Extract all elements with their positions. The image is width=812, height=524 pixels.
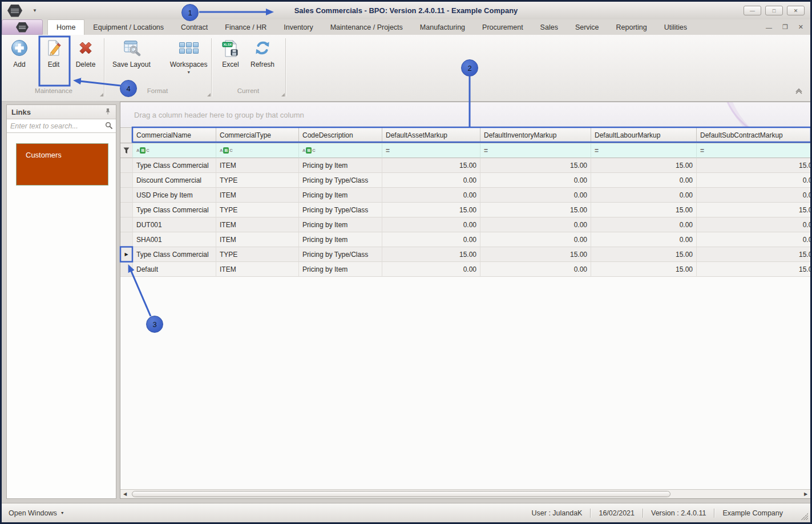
search-icon[interactable]	[105, 122, 112, 131]
cell[interactable]: 0.00	[591, 173, 697, 188]
cell[interactable]: SHA001	[133, 232, 216, 247]
mdi-restore-button[interactable]: ❐	[782, 23, 788, 31]
cell[interactable]: 15.00	[697, 262, 811, 277]
cell[interactable]: 0.00	[480, 173, 591, 188]
filter-cell-defaultinventorymarkup[interactable]: =	[480, 143, 591, 158]
cell[interactable]: USD Price by Item	[133, 188, 216, 203]
excel-button[interactable]: XLSX Excel	[216, 36, 245, 86]
tab-procurement[interactable]: Procurement	[474, 19, 532, 35]
column-header-codedescription[interactable]: CodeDescription	[299, 128, 382, 143]
workspaces-button[interactable]: Workspaces ▼	[168, 36, 210, 86]
table-row[interactable]: DUT001 ITEM Pricing by Item 0.00 0.00 0.…	[120, 217, 811, 232]
scroll-right-icon[interactable]: ▶	[801, 491, 810, 497]
cell[interactable]: Pricing by Type/Class	[299, 173, 382, 188]
column-header-defaultsubcontractmarkup[interactable]: DefaultSubContractMarkup	[697, 128, 811, 143]
cell[interactable]: 15.00	[480, 158, 591, 173]
cell[interactable]: 15.00	[697, 158, 811, 173]
cell[interactable]: 0.00	[697, 188, 811, 203]
add-button[interactable]: Add	[5, 36, 34, 86]
cell[interactable]: TYPE	[216, 173, 299, 188]
cell[interactable]: 15.00	[382, 158, 480, 173]
dialog-launcher-icon[interactable]	[281, 93, 285, 96]
cell[interactable]: Type Class Commercial	[133, 247, 216, 262]
cell[interactable]: 0.00	[480, 188, 591, 203]
cell[interactable]: DUT001	[133, 217, 216, 232]
cell[interactable]: ITEM	[216, 217, 299, 232]
mdi-close-button[interactable]: ✕	[798, 23, 803, 31]
cell[interactable]: 15.00	[480, 247, 591, 262]
cell[interactable]: 0.00	[591, 217, 697, 232]
collapse-ribbon-icon[interactable]	[794, 88, 803, 96]
filter-funnel-icon[interactable]	[120, 143, 133, 158]
cell[interactable]: Pricing by Type/Class	[299, 247, 382, 262]
dialog-launcher-icon[interactable]	[100, 93, 103, 96]
tab-sales[interactable]: Sales	[532, 19, 567, 35]
filter-cell-commercialtype[interactable]: ABC	[216, 143, 299, 158]
filter-cell-commercialname[interactable]: ABC	[133, 143, 216, 158]
tab-manufacturing[interactable]: Manufacturing	[411, 19, 474, 35]
filter-cell-defaultassetmarkup[interactable]: =	[382, 143, 480, 158]
cell[interactable]: 15.00	[697, 203, 811, 217]
cell[interactable]: 15.00	[591, 158, 697, 173]
cell[interactable]: 0.00	[382, 217, 480, 232]
column-header-defaultassetmarkup[interactable]: DefaultAssetMarkup	[382, 128, 480, 143]
cell[interactable]: Pricing by Item	[299, 217, 382, 232]
table-row[interactable]: SHA001 ITEM Pricing by Item 0.00 0.00 0.…	[120, 232, 811, 247]
cell[interactable]: 15.00	[697, 247, 811, 262]
filter-cell-codedescription[interactable]: ABC	[299, 143, 382, 158]
column-header-defaultlabourmarkup[interactable]: DefaultLabourMarkup	[591, 128, 697, 143]
cell[interactable]: Default	[133, 262, 216, 277]
cell[interactable]: ITEM	[216, 232, 299, 247]
cell[interactable]: 0.00	[480, 232, 591, 247]
cell[interactable]: ITEM	[216, 262, 299, 277]
tab-service[interactable]: Service	[567, 19, 608, 35]
scroll-left-icon[interactable]: ◀	[120, 491, 130, 497]
cell[interactable]: ITEM	[216, 188, 299, 203]
table-row[interactable]: Type Class Commercial ITEM Pricing by It…	[120, 158, 811, 173]
filter-cell-defaultlabourmarkup[interactable]: =	[591, 143, 697, 158]
tab-contract[interactable]: Contract	[172, 19, 216, 35]
cell[interactable]: 0.00	[382, 262, 480, 277]
mdi-minimize-button[interactable]: —	[766, 24, 772, 31]
cell[interactable]: 15.00	[591, 203, 697, 217]
cell[interactable]: Type Class Commercial	[133, 203, 216, 217]
cell[interactable]: TYPE	[216, 247, 299, 262]
cell[interactable]: 0.00	[382, 188, 480, 203]
cell[interactable]: 15.00	[382, 247, 480, 262]
cell[interactable]: 15.00	[382, 203, 480, 217]
cell[interactable]: 15.00	[480, 203, 591, 217]
column-header-defaultinventorymarkup[interactable]: DefaultInventoryMarkup	[480, 128, 591, 143]
group-by-panel[interactable]: Drag a column header here to group by th…	[120, 102, 811, 128]
scrollbar-thumb[interactable]	[132, 491, 670, 497]
tab-maintenance-projects[interactable]: Maintenance / Projects	[322, 19, 411, 35]
search-input[interactable]	[10, 122, 105, 130]
cell[interactable]: TYPE	[216, 203, 299, 217]
cell[interactable]: 15.00	[591, 247, 697, 262]
dialog-launcher-icon[interactable]	[207, 93, 211, 96]
cell[interactable]: Pricing by Type/Class	[299, 203, 382, 217]
cell[interactable]: Pricing by Item	[299, 158, 382, 173]
tab-inventory[interactable]: Inventory	[275, 19, 321, 35]
cell[interactable]: 0.00	[591, 232, 697, 247]
table-row-current[interactable]: ▶ Type Class Commercial TYPE Pricing by …	[120, 247, 811, 262]
table-row[interactable]: Discount Commercial TYPE Pricing by Type…	[120, 173, 811, 188]
cell[interactable]: 0.00	[697, 232, 811, 247]
application-menu-button[interactable]	[2, 19, 43, 35]
table-row[interactable]: Type Class Commercial TYPE Pricing by Ty…	[120, 203, 811, 217]
column-header-commercialtype[interactable]: CommercialType	[216, 128, 299, 143]
save-layout-button[interactable]: Save Layout	[110, 36, 153, 86]
tab-equipment-locations[interactable]: Equipment / Locations	[84, 19, 172, 35]
open-windows-dropdown[interactable]: Open Windows ▼	[9, 509, 64, 517]
tab-home[interactable]: Home	[47, 19, 84, 35]
resize-grip[interactable]	[801, 513, 808, 520]
filter-cell-defaultsubcontractmarkup[interactable]: =	[697, 143, 811, 158]
cell[interactable]: 0.00	[697, 173, 811, 188]
column-header-commercialname[interactable]: CommercialName	[133, 128, 216, 143]
cell[interactable]: 0.00	[382, 232, 480, 247]
edit-button[interactable]: Edit	[39, 36, 68, 86]
cell[interactable]: ITEM	[216, 158, 299, 173]
tab-utilities[interactable]: Utilities	[656, 19, 696, 35]
cell[interactable]: Pricing by Item	[299, 232, 382, 247]
delete-button[interactable]: Delete	[71, 36, 100, 86]
cell[interactable]: Pricing by Item	[299, 188, 382, 203]
